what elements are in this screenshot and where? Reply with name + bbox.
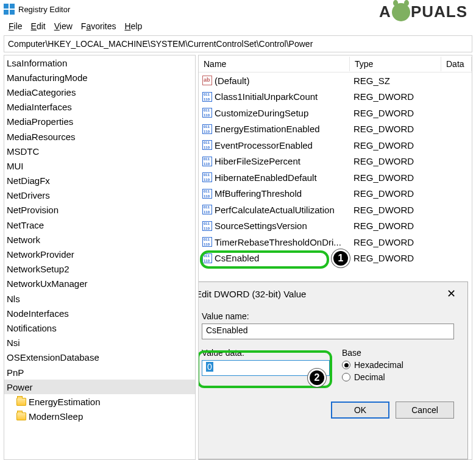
tree-item[interactable]: Network — [4, 232, 195, 247]
radio-icon — [342, 373, 350, 381]
brand-pre: A — [379, 2, 391, 21]
dword-value-icon — [202, 237, 212, 247]
brand-ape-icon — [392, 3, 410, 21]
tree-item[interactable]: NodeInterfaces — [4, 306, 195, 320]
table-row[interactable]: HibernateEnabledDefaultREG_DWORD — [199, 169, 472, 186]
folder-icon — [16, 398, 26, 406]
tree-subitem-label: ModernSleep — [29, 411, 83, 422]
menu-help[interactable]: Help — [121, 20, 146, 32]
cell-name: CustomizeDuringSetup — [199, 108, 350, 118]
table-row[interactable]: EventProcessorEnabledREG_DWORD — [199, 137, 472, 154]
col-name[interactable]: Name — [199, 57, 350, 71]
table-row[interactable]: EnergyEstimationEnabledREG_DWORD — [199, 121, 472, 138]
value-name-input[interactable]: CsEnabled — [202, 324, 454, 339]
address-bar[interactable]: Computer\HKEY_LOCAL_MACHINE\SYSTEM\Curre… — [4, 35, 472, 52]
cell-type: REG_DWORD — [350, 108, 441, 118]
tree-item[interactable]: Power — [4, 380, 195, 394]
cell-type: REG_DWORD — [350, 188, 441, 199]
dword-value-icon — [202, 205, 212, 214]
value-name: PerfCalculateActualUtilization — [215, 205, 335, 215]
value-name: EventProcessorEnabled — [215, 140, 313, 150]
value-name: (Default) — [215, 76, 250, 86]
ok-button[interactable]: OK — [331, 402, 389, 419]
table-row[interactable]: MfBufferingThresholdREG_DWORD — [199, 186, 472, 202]
table-row[interactable]: SourceSettingsVersionREG_DWORD — [199, 218, 472, 235]
radio-decimal[interactable]: Decimal — [342, 372, 454, 382]
close-icon[interactable]: ✕ — [442, 287, 460, 300]
value-name-text: CsEnabled — [206, 325, 248, 335]
dword-value-icon — [202, 172, 212, 182]
tree-item[interactable]: MediaProperties — [4, 115, 195, 129]
cancel-button[interactable]: Cancel — [396, 402, 454, 419]
tree-item[interactable]: MUI — [4, 158, 195, 173]
tree-pane[interactable]: LsaInformationManufacturingModeMediaCate… — [4, 55, 196, 460]
tree-subitem[interactable]: ModernSleep — [4, 409, 195, 424]
table-row[interactable]: Class1InitialUnparkCountREG_DWORD — [199, 89, 472, 105]
tree-item[interactable]: NetworkSetup2 — [4, 262, 195, 277]
address-text: Computer\HKEY_LOCAL_MACHINE\SYSTEM\Curre… — [8, 39, 313, 49]
menu-view[interactable]: View — [51, 20, 76, 32]
value-name: HibernateEnabledDefault — [215, 172, 317, 183]
tree-item[interactable]: PnP — [4, 365, 195, 380]
table-row[interactable]: HiberFileSizePercentREG_DWORD — [199, 154, 472, 170]
menu-file[interactable]: File — [5, 20, 26, 32]
tree-item[interactable]: MediaResources — [4, 129, 195, 144]
cell-name: SourceSettingsVersion — [199, 221, 350, 231]
tree-item[interactable]: MediaCategories — [4, 85, 195, 99]
value-name: Class1InitialUnparkCount — [215, 91, 318, 102]
cell-type: REG_DWORD — [350, 205, 441, 215]
annotation-badge-1: 1 — [332, 249, 350, 267]
regedit-icon — [4, 4, 15, 15]
brand-post: PUALS — [411, 2, 467, 21]
cell-type: REG_SZ — [350, 76, 441, 86]
cell-name: HibernateEnabledDefault — [199, 172, 350, 183]
table-row[interactable]: PerfCalculateActualUtilizationREG_DWORD — [199, 202, 472, 218]
dword-value-icon — [202, 157, 212, 166]
cell-type: REG_DWORD — [350, 237, 441, 247]
value-name: HiberFileSizePercent — [215, 156, 300, 166]
main-split: LsaInformationManufacturingModeMediaCate… — [0, 54, 476, 460]
value-name: SourceSettingsVersion — [215, 221, 307, 231]
cell-type: REG_DWORD — [350, 172, 441, 183]
tree-item[interactable]: ManufacturingMode — [4, 70, 195, 85]
tree-item[interactable]: NetDiagFx — [4, 174, 195, 188]
radio-icon — [342, 361, 350, 369]
col-type[interactable]: Type — [350, 57, 441, 71]
tree-item[interactable]: LsaInformation — [4, 55, 195, 70]
tree-item[interactable]: OSExtensionDatabase — [4, 350, 195, 365]
menu-favorites[interactable]: Favorites — [77, 20, 120, 32]
tree-item[interactable]: NetProvision — [4, 203, 195, 218]
table-row[interactable]: (Default)REG_SZ — [199, 73, 472, 89]
window-title: Registry Editor — [18, 5, 70, 14]
table-row[interactable]: TimerRebaseThresholdOnDri...REG_DWORD — [199, 234, 472, 250]
menu-edit[interactable]: Edit — [27, 20, 49, 32]
cell-type: REG_DWORD — [350, 221, 441, 231]
cell-name: PerfCalculateActualUtilization — [199, 205, 350, 215]
tree-item[interactable]: NetDrivers — [4, 188, 195, 203]
tree-subitem[interactable]: EnergyEstimation — [4, 394, 195, 409]
tree-item[interactable]: MediaInterfaces — [4, 100, 195, 115]
base-group: Base Hexadecimal Decimal — [342, 348, 454, 384]
list-pane[interactable]: Name Type Data (Default)REG_SZClass1Init… — [198, 55, 472, 460]
tree-item[interactable]: MSDTC — [4, 144, 195, 158]
cell-name: Class1InitialUnparkCount — [199, 91, 350, 102]
cell-type: REG_DWORD — [350, 253, 441, 263]
radio-hexadecimal[interactable]: Hexadecimal — [342, 360, 454, 370]
value-name: CsEnabled — [215, 253, 259, 263]
tree-item[interactable]: NetworkProvider — [4, 247, 195, 261]
tree-item[interactable]: Notifications — [4, 320, 195, 335]
cell-name: EnergyEstimationEnabled — [199, 124, 350, 134]
tree-item[interactable]: Nsi — [4, 336, 195, 350]
cell-type: REG_DWORD — [350, 91, 441, 102]
value-name: EnergyEstimationEnabled — [215, 124, 320, 134]
cell-name: TimerRebaseThresholdOnDri... — [199, 237, 350, 247]
table-row[interactable]: CustomizeDuringSetupREG_DWORD — [199, 105, 472, 121]
cell-name: HiberFileSizePercent — [199, 156, 350, 166]
tree-item[interactable]: NetTrace — [4, 218, 195, 232]
tree-item[interactable]: NetworkUxManager — [4, 277, 195, 291]
radio-hex-label: Hexadecimal — [354, 360, 403, 370]
tree-item[interactable]: Nls — [4, 291, 195, 306]
list-header: Name Type Data — [199, 55, 472, 73]
dialog-title-text: Edit DWORD (32-bit) Value — [198, 289, 306, 299]
col-data[interactable]: Data — [441, 57, 472, 71]
